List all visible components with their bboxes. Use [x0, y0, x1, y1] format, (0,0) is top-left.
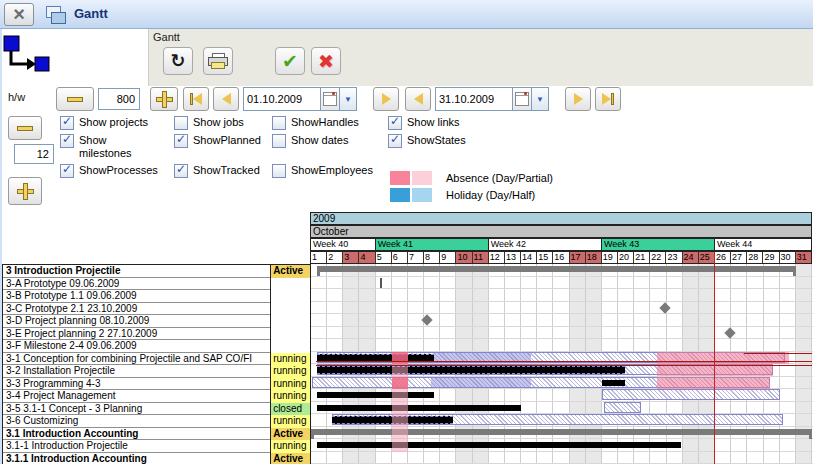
- to-prev-button[interactable]: [405, 87, 431, 111]
- calendar-icon: [323, 92, 337, 106]
- gantt-row: [311, 427, 813, 440]
- date-from-calendar-button[interactable]: [320, 87, 340, 111]
- milestone-diamond[interactable]: [724, 327, 735, 338]
- day-cell: 20: [618, 252, 634, 263]
- checkbox-showtracked[interactable]: [174, 164, 188, 178]
- today-line: [714, 252, 715, 464]
- day-cell: 5: [376, 252, 392, 263]
- task-row[interactable]: 3-D Project planning 08.10.2009: [3, 315, 311, 328]
- task-row[interactable]: 3-C Prototype 2.1 23.10.2009: [3, 303, 311, 316]
- task-label: 3-2 Installation Projectile: [3, 365, 270, 378]
- checkbox-show-dates[interactable]: [272, 134, 286, 148]
- row-height-input[interactable]: [14, 144, 54, 164]
- go-next-button[interactable]: [565, 87, 591, 111]
- from-next-button[interactable]: [373, 87, 399, 111]
- task-row[interactable]: 3.1-1 Introduction Projectilerunning: [3, 440, 311, 453]
- option-show-milestones: Show milestones: [60, 134, 174, 160]
- day-cell: 22: [650, 252, 666, 263]
- task-row[interactable]: 3 Introduction ProjectileActive: [3, 265, 311, 278]
- checkbox-showplanned[interactable]: [174, 134, 188, 148]
- tracked-bar[interactable]: [317, 442, 681, 448]
- day-cell: 4: [359, 252, 375, 263]
- tracked-bar[interactable]: [602, 380, 625, 386]
- summary-bar[interactable]: [311, 429, 812, 435]
- task-row[interactable]: 3-5 3.1-1 Concept - 3 Planningclosed: [3, 403, 311, 416]
- refresh-button[interactable]: ↻: [163, 47, 193, 75]
- timeline-month-header: October: [310, 225, 812, 238]
- date-from-dropdown[interactable]: ▼: [340, 87, 357, 111]
- date-from-input[interactable]: [243, 87, 320, 111]
- checkbox-show-milestones[interactable]: [60, 134, 74, 148]
- tracked-bar[interactable]: [317, 366, 625, 374]
- date-to-dropdown[interactable]: ▼: [532, 87, 549, 111]
- width-decrease-button[interactable]: [56, 87, 94, 111]
- task-status: [270, 303, 311, 316]
- date-to-calendar-button[interactable]: [512, 87, 532, 111]
- print-button[interactable]: [203, 47, 233, 75]
- day-cell: 2: [327, 252, 343, 263]
- checkbox-show-links[interactable]: [388, 116, 402, 130]
- width-increase-button[interactable]: [150, 87, 178, 111]
- legend-swatch: [390, 171, 410, 185]
- task-row[interactable]: 3-4 Project Managementrunning: [3, 390, 311, 403]
- planned-bar[interactable]: [604, 402, 641, 413]
- absence-day-block: [392, 352, 408, 365]
- go-prev-button[interactable]: [213, 87, 239, 111]
- task-row[interactable]: 3-E Project planning 2 27.10.2009: [3, 328, 311, 341]
- task-row[interactable]: 3-F Milestone 2-4 09.06.2009: [3, 340, 311, 353]
- task-row[interactable]: 3-1 Conception for combining Projectile …: [3, 353, 311, 366]
- checkbox-show-jobs[interactable]: [174, 116, 188, 130]
- cancel-button[interactable]: ✖: [311, 47, 341, 75]
- day-cell: 19: [602, 252, 618, 263]
- legend-swatch: [412, 171, 432, 185]
- task-row[interactable]: 3.1 Introduction AccountingActive: [3, 428, 311, 441]
- option-show-links: Show links: [388, 116, 538, 130]
- legend-label: Absence (Day/Partial): [446, 172, 553, 184]
- summary-bar[interactable]: [317, 266, 796, 272]
- close-button[interactable]: ×: [4, 3, 34, 26]
- planned-bar[interactable]: [602, 389, 780, 400]
- go-last-button[interactable]: [595, 87, 621, 111]
- day-cell: 28: [747, 252, 763, 263]
- row-height-decrease-button[interactable]: [8, 116, 42, 140]
- task-row[interactable]: 3.1.1 Introduction AccountingActive: [3, 453, 311, 464]
- checkbox-label: Show links: [407, 116, 460, 129]
- checkbox-showhandles[interactable]: [272, 116, 286, 130]
- milestone-tick[interactable]: [380, 278, 382, 288]
- cancel-icon: ✖: [318, 50, 334, 73]
- milestone-diamond[interactable]: [659, 302, 670, 313]
- task-row[interactable]: 3-B Prototype 1.1 09.06.2009: [3, 290, 311, 303]
- checkbox-showstates[interactable]: [388, 134, 402, 148]
- row-height-increase-button[interactable]: [8, 177, 42, 205]
- checkbox-showprocesses[interactable]: [60, 164, 74, 178]
- legend-entry-absence-day-partial: Absence (Day/Partial): [390, 171, 553, 185]
- ok-button[interactable]: ✔: [275, 47, 305, 75]
- width-input[interactable]: [98, 88, 140, 110]
- task-row[interactable]: 3-2 Installation Projectilerunning: [3, 365, 311, 378]
- checkbox-showemployees[interactable]: [272, 164, 286, 178]
- absence-band: [392, 352, 408, 452]
- task-status: closed: [270, 403, 311, 416]
- first-icon: [193, 93, 202, 105]
- checkbox-show-projects[interactable]: [60, 116, 74, 130]
- milestone-diamond[interactable]: [422, 314, 433, 325]
- gantt-row: [311, 339, 813, 352]
- tracked-bar[interactable]: [317, 392, 434, 398]
- day-cell: 6: [392, 252, 408, 263]
- task-row[interactable]: 3-3 Programming 4-3running: [3, 378, 311, 391]
- task-row[interactable]: 3-6 Customizingrunning: [3, 415, 311, 428]
- checkbox-label: Show milestones: [79, 134, 145, 160]
- toolbar: [148, 29, 813, 86]
- go-first-button[interactable]: [183, 87, 209, 111]
- task-row[interactable]: 3-A Prototype 09.06.2009: [3, 278, 311, 291]
- day-cell: 26: [715, 252, 731, 263]
- tracked-bar[interactable]: [317, 405, 521, 411]
- date-to-input[interactable]: [435, 87, 512, 111]
- prev-icon: [222, 93, 231, 105]
- window-title: Gantt: [74, 6, 108, 21]
- gantt-row: [311, 302, 813, 315]
- day-cell: 14: [521, 252, 537, 263]
- option-showemployees: ShowEmployees: [272, 164, 388, 178]
- load-bar[interactable]: [431, 378, 531, 387]
- calendar-icon: [515, 92, 529, 106]
